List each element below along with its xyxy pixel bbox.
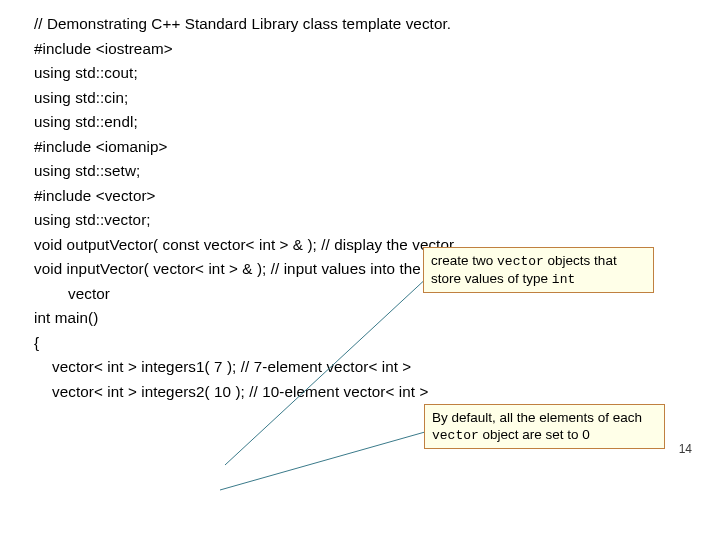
callout-keyword: vector (432, 428, 479, 443)
callout-text: By default, all the elements of each (432, 410, 642, 425)
code-line: vector< int > integers1( 7 ); // 7-eleme… (34, 355, 674, 380)
code-line: #include <iostream> (34, 37, 674, 62)
slide: { "code": { "l1": "// Demonstrating C++ … (0, 0, 720, 540)
callout-box: create two vector objects that store val… (423, 247, 654, 293)
code-line: { (34, 331, 674, 356)
code-line: #include <iomanip> (34, 135, 674, 160)
callout-text: object are set to 0 (479, 427, 590, 442)
callout-keyword: int (552, 272, 575, 287)
code-line: using std::cout; (34, 61, 674, 86)
callout-text: create two (431, 253, 497, 268)
code-line: using std::endl; (34, 110, 674, 135)
code-line: using std::cin; (34, 86, 674, 111)
code-line: using std::setw; (34, 159, 674, 184)
code-block: // Demonstrating C++ Standard Library cl… (34, 12, 674, 404)
callout-box: By default, all the elements of each vec… (424, 404, 665, 449)
code-line: // Demonstrating C++ Standard Library cl… (34, 12, 674, 37)
code-line: vector< int > integers2( 10 ); // 10-ele… (34, 380, 674, 405)
svg-line-1 (220, 430, 432, 490)
code-line: int main() (34, 306, 674, 331)
callout-keyword: vector (497, 254, 544, 269)
page-number: 14 (679, 442, 692, 456)
code-line: using std::vector; (34, 208, 674, 233)
code-line: #include <vector> (34, 184, 674, 209)
